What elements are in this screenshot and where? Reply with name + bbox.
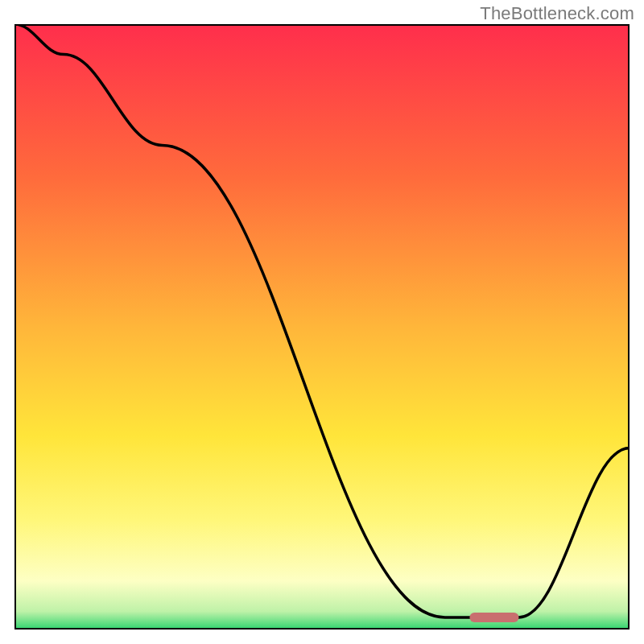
chart-container: TheBottleneck.com: [0, 0, 644, 644]
chart-svg: [14, 24, 630, 630]
chart-plot-area: [14, 24, 630, 630]
watermark-text: TheBottleneck.com: [480, 3, 634, 24]
gradient-background: [14, 24, 630, 630]
valley-marker: [469, 613, 518, 622]
